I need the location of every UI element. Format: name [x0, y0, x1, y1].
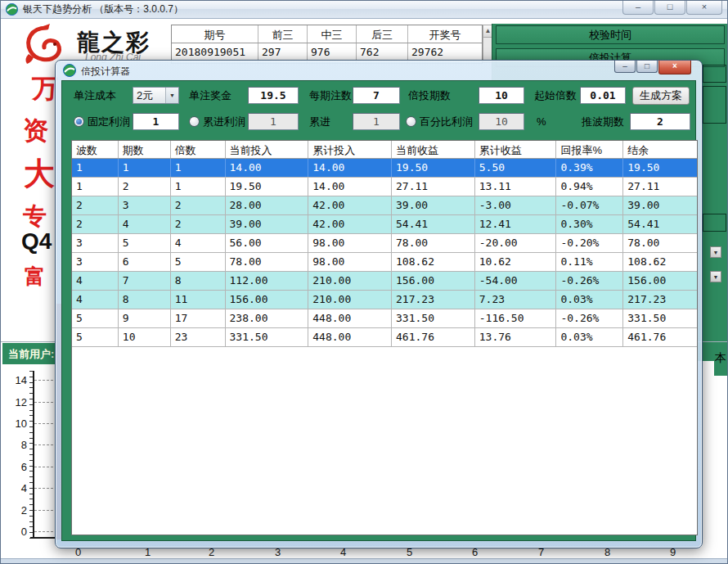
calc-table-row[interactable]: 35456.0098.0078.00-20.00-0.20%78.00 [72, 234, 697, 253]
calc-table-header: 累计投入 [308, 141, 392, 158]
minimize-button[interactable]: – [622, 1, 654, 15]
fixed-profit-label: 固定利润 [88, 113, 130, 131]
unit-cost-label: 单注成本 [74, 87, 116, 105]
calc-table-cell: 448.00 [308, 328, 392, 346]
dropdown-arrow-icon[interactable]: ▼ [710, 246, 721, 258]
multiplier-calculator-dialog: 倍投计算器 – □ × 单注成本 2元 ▼ 单注奖金 19.5 每期注数 7 倍… [55, 60, 703, 548]
calc-table-cell: 10 [119, 328, 171, 346]
draw-table-header-row: 期号前三中三后三开奖号 [172, 25, 482, 43]
progressive-profit-radio[interactable] [189, 116, 200, 127]
promo-banner-char: 资 [23, 114, 48, 148]
unit-prize-input[interactable]: 19.5 [248, 87, 299, 104]
calc-table-cell: 10.62 [475, 253, 557, 271]
calc-table-header: 回报率% [556, 141, 623, 158]
calc-table-cell: 210.00 [308, 272, 392, 290]
dialog-maximize-button[interactable]: □ [636, 61, 658, 73]
calc-table-cell: 331.50 [392, 309, 475, 327]
calc-table-cell: 2 [72, 196, 119, 214]
calc-table-cell: 108.62 [392, 253, 475, 271]
dialog-titlebar[interactable]: 倍投计算器 – □ × [56, 61, 702, 80]
y-axis-tick-label: 8 [4, 439, 27, 451]
calc-table-body: 11114.0014.0019.505.500.39%19.5012119.50… [72, 159, 697, 347]
draw-table-header: 后三 [357, 25, 408, 43]
calc-table-row[interactable]: 24239.0042.0054.4112.410.30%54.41 [72, 215, 697, 234]
calc-table-cell: 217.23 [392, 291, 475, 309]
bets-per-period-label: 每期注数 [309, 87, 352, 105]
calc-table-cell: 5 [171, 253, 226, 271]
calc-table-cell: 1 [171, 159, 226, 177]
progressive-label: 累进 [309, 113, 330, 131]
start-multiple-input[interactable]: 0.01 [580, 87, 626, 104]
side-box [703, 86, 726, 124]
calc-table-cell: 19.50 [623, 159, 697, 177]
calc-table-row[interactable]: 478112.00210.00156.00-54.00-0.26%156.00 [72, 272, 697, 291]
calc-table-cell: 8 [171, 272, 226, 290]
calc-table-cell: 0.39% [556, 159, 623, 177]
dialog-close-button[interactable]: × [658, 61, 691, 74]
percent-profit-radio[interactable] [406, 116, 416, 127]
fixed-profit-input[interactable]: 1 [133, 113, 179, 130]
app-window: 银天下趋势分析 （版本号：3.0.0.7） – □ × 龍之彩 Long Zhi… [0, 0, 728, 564]
calc-table-row[interactable]: 23228.0042.0039.00-3.00-0.07%39.00 [72, 196, 697, 215]
calc-table-row[interactable]: 4811156.00210.00217.237.230.03%217.23 [72, 291, 697, 309]
progressive-input[interactable]: 1 [353, 113, 400, 130]
side-box [703, 214, 726, 232]
calc-table-cell: 2 [171, 215, 226, 233]
y-axis-tick-label: 12 [4, 396, 27, 408]
calc-table-cell: 5 [119, 234, 171, 252]
calc-table-row[interactable]: 5917238.00448.00331.50-116.50-0.26%331.5… [72, 309, 697, 328]
calc-table-header: 倍数 [171, 141, 226, 158]
close-button[interactable]: × [686, 1, 722, 15]
draw-results-table[interactable]: 期号前三中三后三开奖号 2018091905129797676229762 [171, 25, 483, 64]
calc-table-header-row: 波数期数倍数当前投入累计投入当前收益累计收益回报率%结余 [72, 141, 697, 159]
calc-table-cell: 14.00 [308, 178, 392, 196]
calc-table-cell: 461.76 [623, 328, 697, 346]
dropdown-arrow-icon[interactable]: ▼ [710, 271, 721, 282]
corner-label: 本 [714, 343, 728, 376]
calc-table-row[interactable]: 11114.0014.0019.505.500.39%19.50 [72, 159, 697, 178]
calc-table-cell: 1 [72, 159, 119, 177]
dropdown-arrow-icon[interactable]: ▼ [165, 88, 178, 103]
wave-periods-input[interactable]: 2 [630, 113, 690, 130]
generate-plan-button[interactable]: 生成方案 [632, 87, 690, 105]
calc-table-row[interactable]: 36578.0098.00108.6210.620.11%108.62 [72, 253, 697, 272]
y-axis-tick-label: 4 [4, 482, 27, 494]
calc-table-cell: 78.00 [392, 234, 475, 252]
calc-table-cell: 8 [119, 291, 171, 309]
dialog-title: 倍投计算器 [81, 65, 130, 79]
calc-table-cell: -0.20% [556, 234, 623, 252]
progressive-profit-input[interactable]: 1 [248, 113, 299, 130]
calc-table-cell: 17 [171, 309, 226, 327]
calc-table-cell: 23 [171, 328, 226, 346]
maximize-button[interactable]: □ [654, 1, 685, 15]
fixed-profit-radio[interactable] [74, 116, 84, 127]
calc-table-cell: 7.23 [475, 291, 557, 309]
y-axis-tick-label: 14 [4, 374, 27, 386]
calc-table-cell: 4 [119, 215, 171, 233]
unit-cost-select[interactable]: 2元 ▼ [133, 87, 179, 104]
calc-table-cell: 217.23 [623, 291, 697, 309]
calc-table-cell: 238.00 [226, 309, 309, 327]
percent-profit-input[interactable]: 10 [479, 113, 524, 130]
promo-banner-char: Q4 [21, 228, 52, 255]
calc-table-cell: 9 [119, 309, 171, 327]
calc-table-cell: 12.41 [475, 215, 557, 233]
main-titlebar[interactable]: 银天下趋势分析 （版本号：3.0.0.7） – □ × [1, 1, 727, 19]
periods-input[interactable]: 10 [479, 87, 524, 104]
calc-table-cell: -116.50 [475, 309, 557, 327]
calc-table-cell: -0.07% [556, 196, 623, 214]
calc-table-cell: 5.50 [475, 159, 557, 177]
calc-table-cell: 28.00 [226, 196, 309, 214]
unit-cost-value: 2元 [133, 88, 165, 103]
calc-table-row[interactable]: 12119.5014.0027.1113.110.94%27.11 [72, 178, 697, 196]
verify-time-button[interactable]: 校验时间 [496, 25, 725, 44]
calc-table-cell: 78.00 [226, 253, 309, 271]
calc-table-cell: 39.00 [392, 196, 475, 214]
calc-table-cell: 54.41 [623, 215, 697, 233]
calc-table-cell: -3.00 [475, 196, 557, 214]
bets-per-period-input[interactable]: 7 [353, 87, 400, 104]
dialog-minimize-button[interactable]: – [614, 61, 636, 73]
calc-table-row[interactable]: 51023331.50448.00461.7613.760.03%461.76 [72, 328, 697, 347]
calc-table-cell: 13.76 [475, 328, 557, 346]
calc-table-cell: 13.11 [475, 178, 557, 196]
